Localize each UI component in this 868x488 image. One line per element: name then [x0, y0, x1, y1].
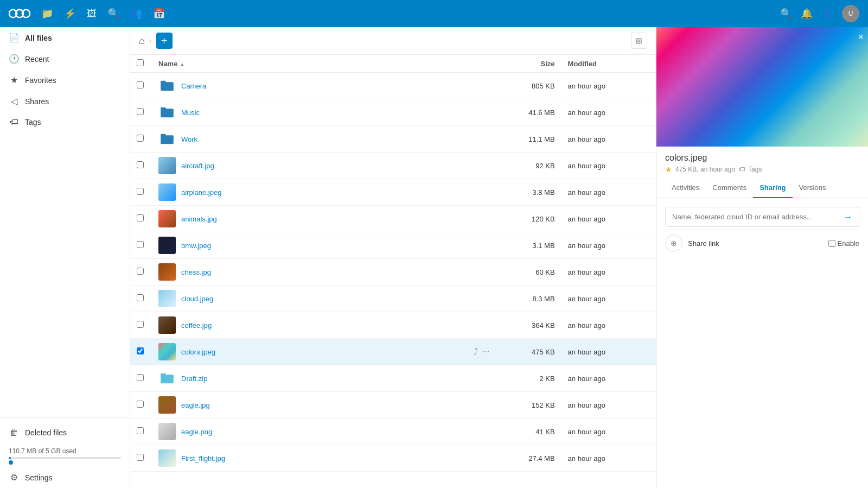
row-checkbox[interactable] [137, 321, 144, 328]
share-action-icon[interactable]: ⤴ [474, 347, 478, 357]
more-action-icon[interactable]: ··· [482, 267, 489, 277]
share-action-icon[interactable]: ⤴ [474, 373, 478, 383]
nav-photos-icon[interactable]: 🖼 [87, 8, 97, 20]
share-action-icon[interactable]: ⤴ [474, 161, 478, 170]
table-row[interactable]: bmw.jpeg ⤴ ··· 3.1 MBan hour ago [130, 232, 656, 259]
table-row[interactable]: eagle.jpg ⤴ ··· 152 KBan hour ago [130, 392, 656, 419]
row-checkbox[interactable] [137, 401, 144, 408]
share-action-icon[interactable]: ⤴ [474, 320, 478, 330]
file-name[interactable]: eagle.jpg [181, 401, 210, 409]
table-row[interactable]: First_flight.jpg ⤴ ··· 27.4 MBan hour ag… [130, 445, 656, 472]
sidebar-item-deleted[interactable]: 🗑 Deleted files [0, 422, 130, 443]
nav-contacts-icon[interactable]: 👥 [130, 8, 142, 20]
table-row[interactable]: Music ⤴ ··· 41.6 MBan hour ago [130, 99, 656, 126]
table-row[interactable]: airplane.jpeg ⤴ ··· 3.8 MBan hour ago [130, 179, 656, 206]
file-name[interactable]: chess.jpg [181, 268, 211, 276]
row-checkbox[interactable] [137, 214, 144, 221]
share-action-icon[interactable]: ⤴ [474, 427, 478, 436]
name-header[interactable]: Name ▲ [152, 55, 467, 73]
share-action-icon[interactable]: ⤴ [474, 107, 478, 117]
file-name[interactable]: eagle.png [181, 428, 212, 436]
tab-activities[interactable]: Activities [665, 178, 706, 198]
user-icon[interactable]: 👤 [821, 8, 833, 20]
table-row[interactable]: colors.jpeg ⤴ ··· 475 KBan hour ago [130, 339, 656, 365]
more-action-icon[interactable]: ··· [482, 240, 489, 250]
tab-versions[interactable]: Versions [793, 178, 833, 198]
file-name[interactable]: Work [181, 135, 197, 143]
file-name[interactable]: animals.jpg [181, 215, 217, 223]
more-action-icon[interactable]: ··· [482, 373, 489, 383]
share-action-icon[interactable]: ⤴ [474, 214, 478, 224]
panel-close-button[interactable]: × [858, 31, 864, 43]
more-action-icon[interactable]: ··· [482, 400, 489, 410]
home-breadcrumb[interactable]: ⌂ [139, 35, 145, 47]
share-action-icon[interactable]: ⤴ [474, 400, 478, 410]
more-action-icon[interactable]: ··· [482, 294, 489, 303]
more-action-icon[interactable]: ··· [482, 81, 489, 91]
sidebar-item-recent[interactable]: 🕐 Recent [0, 48, 130, 69]
more-action-icon[interactable]: ··· [482, 187, 489, 197]
nav-activity-icon[interactable]: ⚡ [64, 8, 76, 20]
share-arrow-button[interactable]: → [837, 212, 859, 222]
file-name[interactable]: First_flight.jpg [181, 454, 225, 462]
row-checkbox[interactable] [137, 241, 144, 248]
more-action-icon[interactable]: ··· [482, 161, 489, 170]
share-action-icon[interactable]: ⤴ [474, 453, 478, 463]
row-checkbox[interactable] [137, 454, 144, 461]
share-action-icon[interactable]: ⤴ [474, 294, 478, 303]
file-name[interactable]: bmw.jpeg [181, 242, 211, 250]
share-action-icon[interactable]: ⤴ [474, 81, 478, 91]
size-header[interactable]: Size [498, 55, 561, 73]
avatar[interactable]: U [842, 5, 859, 22]
nav-search-icon[interactable]: 🔍 [107, 8, 119, 20]
file-name[interactable]: airplane.jpeg [181, 188, 221, 197]
tab-comments[interactable]: Comments [706, 178, 753, 198]
add-button[interactable]: + [156, 33, 173, 49]
nav-calendar-icon[interactable]: 📅 [153, 8, 165, 20]
star-icon[interactable]: ★ [665, 165, 672, 174]
share-action-icon[interactable]: ⤴ [474, 187, 478, 197]
table-row[interactable]: Draft.zip ⤴ ··· 2 KBan hour ago [130, 365, 656, 392]
file-name[interactable]: Music [181, 109, 200, 117]
row-checkbox[interactable] [137, 347, 144, 354]
more-action-icon[interactable]: ··· [482, 453, 489, 463]
more-action-icon[interactable]: ··· [482, 134, 489, 144]
tab-sharing[interactable]: Sharing [753, 178, 792, 198]
row-checkbox[interactable] [137, 294, 144, 301]
table-row[interactable]: aircraft.jpg ⤴ ··· 92 KBan hour ago [130, 153, 656, 179]
share-action-icon[interactable]: ⤴ [474, 240, 478, 250]
row-checkbox[interactable] [137, 161, 144, 168]
modified-header[interactable]: Modified [561, 55, 656, 73]
file-name[interactable]: coffee.jpg [181, 321, 212, 329]
app-logo[interactable] [9, 6, 30, 21]
enable-checkbox-label[interactable]: Enable [828, 239, 859, 248]
sidebar-item-shares[interactable]: ◁ Shares [0, 91, 130, 112]
more-action-icon[interactable]: ··· [482, 427, 489, 436]
table-row[interactable]: chess.jpg ⤴ ··· 60 KBan hour ago [130, 259, 656, 286]
row-checkbox[interactable] [137, 374, 144, 381]
file-name[interactable]: cloud.jpeg [181, 295, 213, 303]
share-action-icon[interactable]: ⤴ [474, 267, 478, 277]
row-checkbox[interactable] [137, 427, 144, 434]
row-checkbox[interactable] [137, 108, 144, 115]
more-action-icon[interactable]: ··· [482, 320, 489, 330]
more-action-icon[interactable]: ··· [482, 214, 489, 224]
table-row[interactable]: cloud.jpeg ⤴ ··· 8.3 MBan hour ago [130, 286, 656, 312]
row-checkbox[interactable] [137, 81, 144, 88]
table-row[interactable]: coffee.jpg ⤴ ··· 364 KBan hour ago [130, 312, 656, 339]
more-action-icon[interactable]: ··· [482, 107, 489, 117]
bell-icon[interactable]: 🔔 [801, 8, 813, 20]
enable-checkbox[interactable] [828, 240, 835, 247]
sidebar-item-favorites[interactable]: ★ Favorites [0, 69, 130, 91]
more-action-icon[interactable]: ··· [482, 347, 489, 357]
table-row[interactable]: Work ⤴ ··· 11.1 MBan hour ago [130, 126, 656, 153]
share-action-icon[interactable]: ⤴ [474, 134, 478, 144]
search-icon[interactable]: 🔍 [780, 8, 792, 20]
sidebar-item-tags[interactable]: 🏷 Tags [0, 112, 130, 132]
row-checkbox[interactable] [137, 188, 144, 195]
nav-files-icon[interactable]: 📁 [41, 8, 53, 20]
view-toggle-button[interactable]: ⊞ [631, 33, 647, 49]
row-checkbox[interactable] [137, 135, 144, 142]
select-all-checkbox[interactable] [137, 59, 144, 66]
file-name[interactable]: Camera [181, 82, 206, 90]
